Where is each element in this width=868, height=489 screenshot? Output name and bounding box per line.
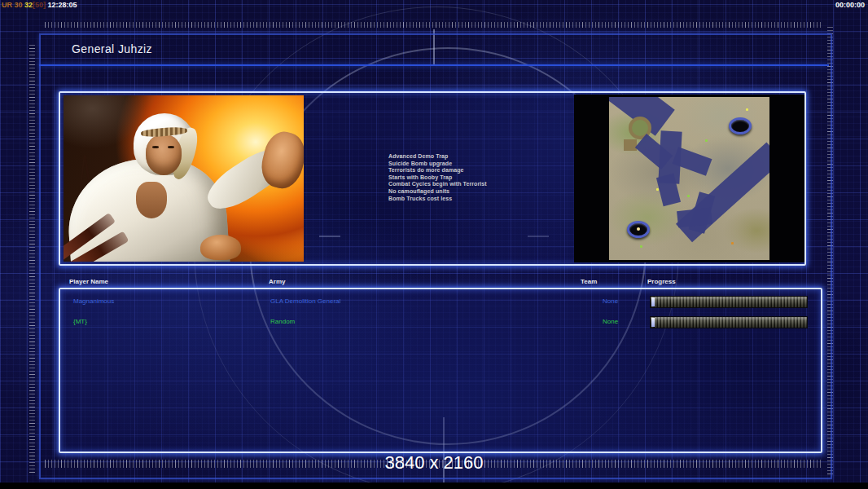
map-unit-dot [687, 195, 690, 197]
player-list-panel: Magnanimous GLA Demolition General None … [59, 288, 822, 453]
map-unit-dot [731, 242, 734, 244]
portrait-chest [136, 182, 167, 218]
column-header-army: Army [269, 278, 285, 285]
portrait-eye [152, 146, 159, 148]
trait-item: Suicide Bomb upgrade [388, 161, 487, 168]
player-name: Magnanimous [73, 297, 114, 305]
map-unit-dot [746, 108, 748, 111]
portrait-eye [168, 146, 174, 148]
column-header-team: Team [581, 278, 597, 285]
faction-trait-list: Advanced Demo Trap Suicide Bomb upgrade … [388, 153, 487, 202]
resolution-label: 3840 x 2160 [0, 452, 868, 474]
trait-item: Advanced Demo Trap [388, 153, 487, 161]
system-clock: 12:28:05 [48, 1, 77, 9]
map-building-patch [624, 139, 637, 151]
map-preview [609, 97, 769, 260]
ruler-left [29, 45, 35, 473]
ruler-top [45, 22, 822, 28]
progress-bar-lead [651, 318, 655, 327]
player-team: None [603, 297, 618, 305]
map-unit-dot [705, 139, 708, 142]
column-header-player-name: Player Name [69, 278, 108, 285]
minimap-letterbox [574, 95, 804, 262]
trait-item: Combat Cycles begin with Terrorist [388, 181, 487, 188]
engine-rate: UR 30 [2, 1, 23, 9]
general-info-panel: Advanced Demo Trap Suicide Bomb upgrade … [59, 91, 806, 266]
progress-bar-lead [651, 297, 655, 306]
start-position-marker [627, 221, 650, 238]
load-progress-bar [650, 316, 808, 328]
header-underline [39, 64, 829, 66]
fps-cap: [50] [33, 1, 46, 9]
trait-item: Starts with Booby Trap [388, 174, 487, 182]
trait-item: No camouflaged units [388, 188, 487, 196]
page-title: General Juhziz [72, 42, 152, 55]
trait-item: Terrorists do more damage [388, 167, 487, 174]
load-progress-bar [650, 296, 808, 308]
trait-item: Bomb Trucks cost less [388, 196, 487, 203]
player-row: {MT} Random None [60, 318, 821, 331]
player-army: Random [270, 318, 295, 325]
portrait-face [146, 134, 182, 175]
match-timer: 00:00:00 [835, 1, 865, 9]
loading-screen: General Juhziz UR 30 32[50] 12:28:05 00:… [0, 0, 868, 489]
portrait-lower-hand [200, 235, 241, 260]
player-team: None [603, 318, 618, 325]
player-name: {MT} [73, 318, 87, 325]
portrait-head [134, 113, 196, 187]
map-unit-dot [656, 188, 659, 191]
general-portrait-image [64, 95, 304, 262]
player-army: GLA Demolition General [270, 297, 340, 305]
letterbox-bottom [0, 482, 868, 489]
map-unit-dot [640, 245, 642, 248]
column-header-progress: Progress [647, 278, 676, 285]
player-row: Magnanimous GLA Demolition General None [60, 297, 821, 311]
fps-value: 32 [24, 1, 33, 9]
performance-counter: UR 30 32[50] 12:28:05 [2, 1, 77, 9]
start-position-marker [729, 117, 752, 134]
